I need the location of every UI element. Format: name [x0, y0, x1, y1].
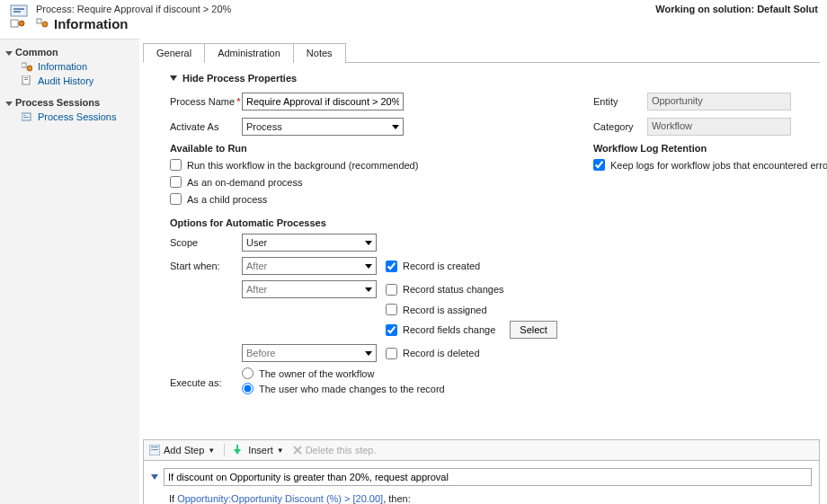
svg-rect-3 [11, 20, 18, 27]
sidebar-group-process-sessions[interactable]: Process Sessions [0, 95, 139, 110]
insert-button[interactable]: Insert ▼ [234, 445, 283, 455]
keep-logs-checkbox[interactable] [593, 159, 605, 171]
svg-rect-2 [13, 11, 21, 13]
svg-rect-11 [24, 79, 28, 80]
record-fields-change-checkbox[interactable] [386, 324, 397, 336]
process-icon [9, 4, 29, 31]
hide-process-properties-toggle[interactable]: Hide Process Properties [170, 73, 297, 84]
svg-rect-1 [13, 8, 24, 10]
add-step-button[interactable]: Add Step ▼ [149, 445, 215, 455]
category-label: Category [593, 121, 647, 132]
svg-rect-13 [23, 115, 25, 116]
available-to-run-heading: Available to Run [170, 143, 557, 154]
if-condition-line: If Opportunity:Opportunity Discount (%) … [147, 490, 815, 504]
step-description-input[interactable] [164, 468, 812, 486]
start-when-before-select[interactable]: Before [242, 344, 377, 362]
delete-step-button: Delete this step. [293, 445, 377, 455]
tab-general[interactable]: General [143, 43, 205, 63]
record-status-checkbox[interactable] [386, 284, 397, 296]
options-auto-heading: Options for Automatic Processes [170, 217, 557, 228]
start-when-after-2-select[interactable]: After [242, 280, 377, 298]
log-retention-heading: Workflow Log Retention [593, 143, 827, 154]
svg-point-8 [27, 66, 32, 71]
svg-rect-14 [23, 117, 29, 118]
svg-rect-10 [24, 77, 28, 78]
start-when-label: Start when: [170, 261, 242, 271]
scope-select[interactable]: User [242, 234, 377, 252]
sidebar-group-common[interactable]: Common [0, 45, 139, 59]
process-name-input[interactable] [242, 93, 404, 111]
page-title: Information [54, 16, 129, 31]
activate-as-label: Activate As [170, 121, 242, 132]
svg-point-6 [42, 22, 48, 27]
start-when-after-1-select[interactable]: After [242, 257, 377, 275]
step-collapse-icon[interactable] [151, 474, 158, 480]
entity-label: Entity [593, 96, 647, 107]
tab-notes[interactable]: Notes [293, 43, 346, 63]
title-sub-icon [36, 16, 49, 31]
record-created-checkbox[interactable] [386, 261, 397, 272]
category-value: Workflow [647, 118, 791, 136]
step-toolbar: Add Step ▼ Insert ▼ Delete this step. [143, 439, 820, 461]
on-demand-checkbox[interactable] [170, 176, 182, 188]
activate-as-select[interactable]: Process [242, 118, 404, 136]
svg-rect-7 [22, 63, 26, 67]
tab-administration[interactable]: Administration [204, 43, 294, 63]
execute-as-label: Execute as: [170, 377, 242, 388]
svg-rect-16 [151, 447, 158, 447]
select-fields-button[interactable]: Select [510, 321, 557, 339]
tabs: General Administration Notes [143, 42, 820, 63]
process-name-label: Process Name [170, 96, 235, 107]
scope-label: Scope [170, 237, 242, 248]
record-deleted-checkbox[interactable] [386, 348, 397, 359]
svg-rect-5 [37, 19, 41, 23]
entity-value: Opportunity [647, 93, 791, 111]
record-assigned-checkbox[interactable] [386, 304, 397, 315]
if-condition-link[interactable]: Opportunity:Opportunity Discount (%) > [… [177, 493, 383, 504]
sidebar-item-audit-history[interactable]: Audit History [0, 74, 139, 88]
svg-rect-17 [151, 449, 158, 450]
sidebar-item-process-sessions[interactable]: Process Sessions [0, 110, 139, 124]
breadcrumb: Process: Require Approval if discount > … [36, 4, 231, 14]
run-background-checkbox[interactable] [170, 159, 182, 171]
execute-owner-radio[interactable] [242, 367, 253, 379]
working-on-label: Working on solution: Default Solut [655, 4, 818, 14]
execute-user-radio[interactable] [242, 383, 253, 394]
sidebar-item-information[interactable]: Information [0, 59, 139, 74]
sidebar: Common Information Audit History Process… [0, 39, 139, 504]
child-process-checkbox[interactable] [170, 193, 182, 205]
